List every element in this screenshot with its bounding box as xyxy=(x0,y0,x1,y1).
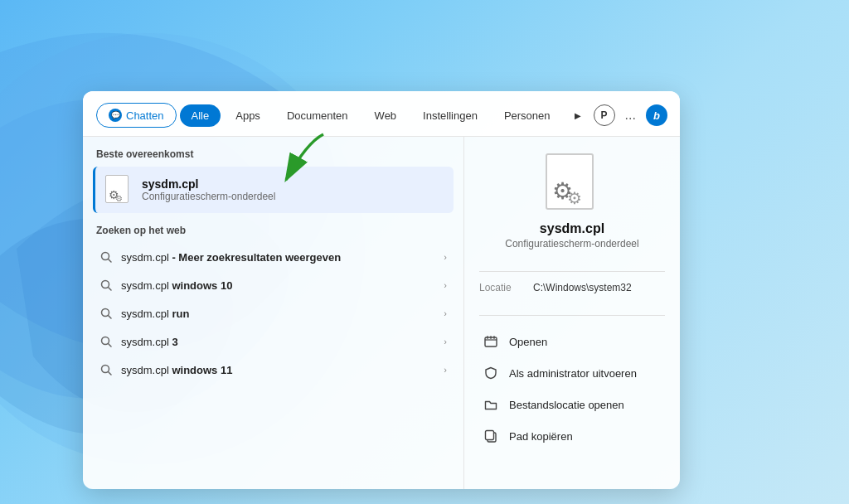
location-label: Locatie xyxy=(479,282,525,293)
web-item-text-3: sysdm.cpl 3 xyxy=(121,336,435,348)
search-panel: 💬 Chatten Alle Apps Documenten Web Inste… xyxy=(83,91,680,489)
tab-documenten-label: Documenten xyxy=(287,109,348,122)
best-match-item[interactable]: ⚙ ⚙ sysdm.cpl Configuratiescherm-onderde… xyxy=(93,167,454,213)
tab-apps-label: Apps xyxy=(235,109,260,122)
web-item-text-1: sysdm.cpl windows 10 xyxy=(121,279,435,292)
action-admin[interactable]: Als administrator uitvoeren xyxy=(479,357,665,389)
svg-line-10 xyxy=(109,372,112,376)
detail-location: Locatie C:\Windows\system32 xyxy=(479,282,665,293)
detail-divider-2 xyxy=(479,315,665,316)
svg-rect-13 xyxy=(486,431,494,440)
web-item-text-4: sysdm.cpl windows 11 xyxy=(121,364,435,376)
tab-alle-label: Alle xyxy=(192,109,210,122)
shield-icon xyxy=(483,365,499,381)
folder-icon xyxy=(483,396,499,413)
web-item-2[interactable]: sysdm.cpl run › xyxy=(93,299,454,327)
chevron-icon-0: › xyxy=(444,252,447,262)
web-item-0[interactable]: sysdm.cpl - Meer zoekresultaten weergeve… xyxy=(93,243,454,271)
tab-instellingen[interactable]: Instellingen xyxy=(411,104,489,127)
tab-apps[interactable]: Apps xyxy=(224,104,272,127)
tab-chatten-label: Chatten xyxy=(126,109,164,122)
left-panel: Beste overeenkomst ⚙ ⚙ sysdm.cpl Configu… xyxy=(83,137,464,489)
action-bestandslocatie[interactable]: Bestandslocatie openen xyxy=(479,389,665,420)
play-button[interactable]: ▶ xyxy=(569,106,587,124)
cpl-icon-small: ⚙ ⚙ xyxy=(105,175,132,205)
cpl-icon-large: ⚙ ⚙ xyxy=(546,153,599,213)
chevron-icon-1: › xyxy=(444,280,447,290)
web-item-text-0: sysdm.cpl - Meer zoekresultaten weergeve… xyxy=(121,251,435,264)
web-section-title: Zoeken op het web xyxy=(93,225,454,236)
tab-documenten[interactable]: Documenten xyxy=(275,104,360,127)
best-match-icon: ⚙ ⚙ xyxy=(104,175,133,205)
action-bestandslocatie-label: Bestandslocatie openen xyxy=(509,399,624,411)
action-pad-label: Pad kopiëren xyxy=(509,430,573,443)
tab-bar: 💬 Chatten Alle Apps Documenten Web Inste… xyxy=(83,91,680,137)
action-pad[interactable]: Pad kopiëren xyxy=(479,420,665,452)
profile-badge[interactable]: P xyxy=(594,104,615,126)
svg-line-2 xyxy=(109,259,112,263)
best-match-name: sysdm.cpl xyxy=(142,177,275,191)
detail-name: sysdm.cpl xyxy=(540,221,604,236)
detail-icon-area: ⚙ ⚙ sysdm.cpl Configuratiescherm-onderde… xyxy=(479,153,665,250)
svg-line-4 xyxy=(109,288,112,291)
best-match-sub: Configuratiescherm-onderdeel xyxy=(142,191,275,202)
web-item-3[interactable]: sysdm.cpl 3 › xyxy=(93,327,454,356)
tab-chatten[interactable]: 💬 Chatten xyxy=(96,103,177,128)
action-openen[interactable]: Openen xyxy=(479,326,665,357)
chevron-icon-4: › xyxy=(444,365,447,375)
search-icon-2 xyxy=(99,307,113,320)
svg-line-8 xyxy=(109,344,112,347)
web-item-text-2: sysdm.cpl run xyxy=(121,308,435,320)
svg-line-6 xyxy=(109,316,112,319)
content-area: Beste overeenkomst ⚙ ⚙ sysdm.cpl Configu… xyxy=(83,137,680,489)
chatten-icon: 💬 xyxy=(109,109,122,122)
tab-personen[interactable]: Personen xyxy=(492,104,562,127)
more-options-button[interactable]: ... xyxy=(622,108,639,123)
tab-web-label: Web xyxy=(375,109,397,122)
detail-sub: Configuratiescherm-onderdeel xyxy=(505,238,638,250)
search-icon-4 xyxy=(99,363,113,376)
profile-badge-label: P xyxy=(601,109,608,121)
chevron-icon-2: › xyxy=(444,308,447,318)
bing-icon: b xyxy=(653,109,660,122)
tab-instellingen-label: Instellingen xyxy=(423,109,478,122)
best-match-text: sysdm.cpl Configuratiescherm-onderdeel xyxy=(142,177,275,202)
web-item-4[interactable]: sysdm.cpl windows 11 › xyxy=(93,356,454,384)
best-match-title: Beste overeenkomst xyxy=(93,148,454,160)
search-icon-3 xyxy=(99,335,113,348)
action-admin-label: Als administrator uitvoeren xyxy=(509,367,637,380)
tab-web[interactable]: Web xyxy=(363,104,409,127)
copy-icon xyxy=(483,428,499,444)
chevron-icon-3: › xyxy=(444,337,447,346)
tab-alle[interactable]: Alle xyxy=(180,104,221,127)
dots-icon: ... xyxy=(625,108,636,122)
tab-personen-label: Personen xyxy=(504,109,551,122)
web-item-1[interactable]: sysdm.cpl windows 10 › xyxy=(93,271,454,299)
search-icon-0 xyxy=(99,250,113,264)
gear2-icon: ⚙ xyxy=(115,194,123,203)
open-icon xyxy=(483,333,499,350)
play-icon: ▶ xyxy=(575,111,581,120)
action-openen-label: Openen xyxy=(509,336,547,348)
bing-button[interactable]: b xyxy=(646,104,667,126)
location-value: C:\Windows\system32 xyxy=(533,282,632,293)
cpl-large-gear2: ⚙ xyxy=(567,188,582,208)
tab-extra-controls: ▶ P ... b xyxy=(569,104,667,126)
right-panel: ⚙ ⚙ sysdm.cpl Configuratiescherm-onderde… xyxy=(464,137,680,489)
detail-divider xyxy=(479,271,665,272)
search-icon-1 xyxy=(99,279,113,292)
